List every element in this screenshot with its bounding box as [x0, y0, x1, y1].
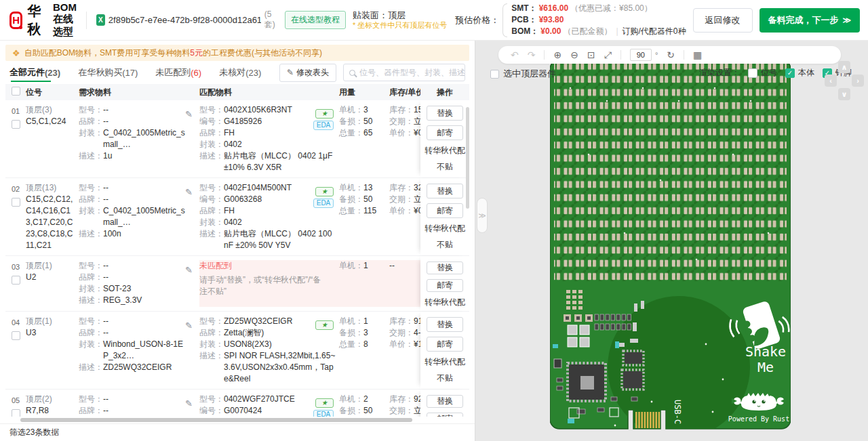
excel-file-icon: X	[96, 14, 105, 26]
rotate-icon[interactable]: ↻	[667, 50, 675, 60]
price-label: 预估价格：	[455, 14, 499, 26]
toolbar-divider	[620, 50, 621, 60]
mail-button[interactable]: 邮寄	[427, 337, 463, 352]
smt-label: SMT：	[511, 3, 536, 13]
header-divider	[86, 12, 87, 29]
tutorial-button[interactable]: 在线选型教程	[285, 11, 346, 29]
edit-header-button[interactable]: ✎ 修改表头	[279, 64, 336, 82]
preferred-badge: ★	[315, 187, 334, 196]
option-designator[interactable]: 位号	[748, 67, 777, 79]
col-actions: 操作	[420, 84, 469, 100]
zoom-in-icon[interactable]: ⊕	[553, 50, 561, 60]
row-checkbox[interactable]	[12, 120, 20, 129]
no-mount-link[interactable]: 不贴	[437, 161, 453, 173]
row-actions: 替换 邮寄 转华秋代配 不贴	[420, 390, 469, 417]
notice-text: 自助匹配BOM物料，SMT费用可享受每种物料5元的工程费优惠(与其他活动不同享)	[24, 47, 322, 59]
no-mount-link[interactable]: 不贴	[437, 373, 453, 384]
mail-button[interactable]: 邮寄	[427, 203, 463, 218]
huaqiu-logo-icon: H	[9, 12, 22, 29]
shake-text-1: Shake	[745, 343, 786, 360]
mail-button[interactable]: 邮寄	[427, 279, 463, 292]
redo-icon[interactable]: ↷	[528, 50, 536, 60]
proxy-match-link[interactable]: 转华秋代配	[425, 297, 465, 308]
edit-icon[interactable]: ✎	[185, 398, 193, 409]
undo-icon[interactable]: ↶	[511, 50, 519, 60]
search-input[interactable]	[359, 68, 465, 77]
fit-view-icon[interactable]: ⤢	[604, 50, 612, 60]
row-checkbox[interactable]	[12, 331, 20, 340]
preferred-badge: ★	[315, 398, 334, 408]
tab-buy-at-huaqiu[interactable]: 在华秋购买(17)	[78, 61, 138, 84]
replace-button[interactable]: 替换	[427, 395, 463, 408]
filter-summary: 筛选23条数据	[9, 427, 59, 438]
tab-unchecked[interactable]: 未核对(23)	[219, 61, 261, 84]
select-top-layer-checkbox[interactable]: 选中顶层器件	[490, 68, 556, 80]
col-required-part: 需求物料	[79, 87, 199, 98]
table-row-unmatched: 03 顶层(1)U2 ✎ 型号：-- 品牌：-- 封装：SOT-23 描述：RE…	[5, 256, 469, 312]
mount-note: * 坐标文件中只有顶层有位号	[353, 20, 447, 30]
pcb-price-row: PCB：¥93.80	[511, 14, 686, 26]
col-usage: 用量	[339, 87, 389, 98]
pan-up-button[interactable]: ∧	[838, 61, 850, 73]
edit-icon[interactable]: ✎	[185, 108, 193, 120]
replace-button[interactable]: 替换	[427, 106, 463, 121]
file-name: 2f89b5c7-e7ee-472b-9f28-0000d12a61486498…	[108, 15, 261, 25]
bom-table: 位号 需求物料 匹配物料 用量 库存/单价 操作 01 顶层(3)C5,C1,C…	[5, 84, 469, 423]
eda-badge: EDA	[313, 198, 334, 208]
pcb-canvas[interactable]: USB-C Shake Me	[550, 60, 791, 432]
tab-all-components[interactable]: 全部元件(23)	[9, 61, 60, 84]
tab-unmatched[interactable]: 未匹配到(6)	[155, 61, 201, 84]
powered-by-rust-text: Powered By Rust	[728, 415, 789, 423]
edit-icon[interactable]: ✎	[185, 186, 193, 198]
vertical-scrollbar[interactable]	[466, 107, 469, 209]
row-checkbox[interactable]	[12, 198, 20, 207]
edit-icon[interactable]: ✎	[185, 320, 193, 331]
edit-icon[interactable]: ✎	[185, 264, 193, 276]
degree-unit: °	[655, 51, 658, 59]
next-button-label: 备料完成，下一步	[768, 14, 839, 26]
row-actions: 替换 邮寄 转华秋代配 不贴	[420, 312, 469, 389]
pencil-icon: ✎	[287, 68, 294, 77]
bom-extra: 订购/代配器件0种	[623, 26, 686, 36]
zoom-out-icon[interactable]: ⊖	[570, 50, 578, 60]
horizontal-scrollbar[interactable]	[20, 418, 412, 422]
select-all-checkbox[interactable]	[12, 87, 20, 96]
promo-notice: ❖ 自助匹配BOM物料，SMT费用可享受每种物料5元的工程费优惠(与其他活动不同…	[5, 45, 469, 61]
bom-table-panel: ❖ 自助匹配BOM物料，SMT费用可享受每种物料5元的工程费优惠(与其他活动不同…	[0, 41, 475, 441]
row-checkbox[interactable]	[12, 409, 20, 417]
zoom-area-icon[interactable]: ⊡	[587, 50, 595, 60]
price-estimate: 预估价格： SMT：¥616.00（优惠已减：¥85.00） PCB：¥93.8…	[455, 3, 686, 37]
replace-button[interactable]: 替换	[427, 184, 463, 198]
row-actions: 替换 邮寄 转华秋代配 不贴	[420, 256, 469, 311]
option-body[interactable]: ✓ 本体	[785, 67, 814, 79]
next-button[interactable]: 备料完成，下一步 ≫	[760, 8, 861, 33]
mount-side: 贴装面：顶层 * 坐标文件中只有顶层有位号	[353, 10, 447, 30]
rotation-input[interactable]	[630, 49, 652, 61]
checkbox-checked: ✓	[785, 68, 795, 78]
table-row: 04 顶层(1)U3 ✎ 型号：-- 品牌：-- 封装：Winbond_USON…	[5, 312, 469, 390]
back-button[interactable]: 返回修改	[693, 8, 753, 33]
table-header: 位号 需求物料 匹配物料 用量 库存/单价 操作	[5, 84, 469, 100]
eda-badge: EDA	[313, 121, 334, 130]
collapse-handle[interactable]: ≫	[477, 198, 488, 233]
pan-left-button[interactable]: ‹	[825, 75, 837, 87]
checkbox-unchecked	[748, 68, 757, 78]
usb-connector	[635, 412, 660, 428]
row-checkbox[interactable]	[12, 276, 20, 285]
pan-down-button[interactable]: ∨	[838, 88, 850, 100]
pcb-value: ¥93.80	[539, 15, 564, 24]
table-row: 01 顶层(3)C5,C1,C24 ✎ 型号：-- 品牌：-- 封装：C_040…	[5, 100, 469, 178]
filter-tabs: 全部元件(23) 在华秋购买(17) 未匹配到(6) 未核对(23) ✎ 修改表…	[0, 61, 475, 84]
proxy-match-link[interactable]: 转华秋代配	[425, 223, 465, 234]
proxy-match-link[interactable]: 转华秋代配	[425, 356, 465, 368]
replace-button[interactable]: 替换	[427, 261, 463, 274]
pan-right-button[interactable]: ›	[852, 75, 864, 87]
no-mount-link[interactable]: 不贴	[437, 239, 453, 251]
coupon-icon: ❖	[12, 48, 20, 58]
table-footer: 筛选23条数据	[0, 423, 475, 441]
preferred-badge: ★	[315, 320, 334, 330]
mail-button[interactable]: 邮寄	[427, 125, 463, 140]
proxy-match-link[interactable]: 转华秋代配	[425, 145, 465, 156]
snapshot-icon[interactable]: ▦	[693, 50, 702, 60]
replace-button[interactable]: 替换	[427, 317, 463, 332]
